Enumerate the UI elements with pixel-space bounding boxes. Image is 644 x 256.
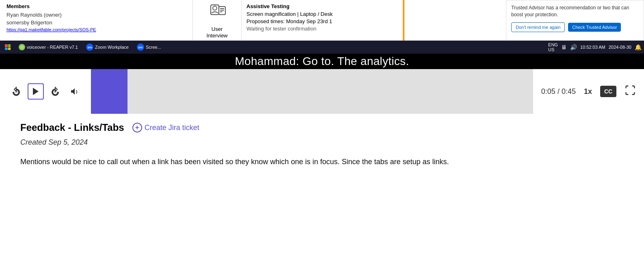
player-right-controls: 0:05 / 0:45 1x CC <box>533 85 644 98</box>
current-time: 0:05 <box>541 87 555 95</box>
user-interview-icon <box>207 2 227 24</box>
user-interview-label: User Interview <box>206 26 227 39</box>
forward-10-button[interactable]: 10 <box>47 83 63 100</box>
speaker-taskbar-icon: 🔊 <box>570 44 577 50</box>
notification-panel: Trusted Advisor has a recommendation or … <box>506 0 644 41</box>
browser-content: Members Ryan Raynolds (owner) somersby B… <box>0 0 644 41</box>
time-separator: / <box>558 87 562 95</box>
member-2: somersby Brigerton <box>6 20 186 26</box>
volume-button[interactable] <box>67 83 83 100</box>
feedback-header: Feedback - Links/Tabs + Create Jira tick… <box>20 122 624 133</box>
create-jira-label: Create Jira ticket <box>145 124 199 132</box>
play-button[interactable] <box>28 83 44 100</box>
svg-point-1 <box>213 6 217 10</box>
cc-button[interactable]: CC <box>600 86 616 97</box>
taskbar-item-screen[interactable]: zm Scree... <box>134 43 164 52</box>
feedback-description: Mentions would be nice to call out when … <box>20 156 609 167</box>
subtitle-bar: Mohammad: Go to. The analytics. <box>0 54 644 69</box>
total-time: 0:45 <box>562 87 576 95</box>
subtitle-text: Mohammad: Go to. The analytics. <box>235 55 409 68</box>
waveform-played <box>91 69 128 114</box>
fullscreen-button[interactable] <box>625 85 636 98</box>
taskbar-zoom-label: Zoom Workplace <box>95 45 129 50</box>
taskbar-item-zoom[interactable]: zm Zoom Workplace <box>84 43 131 52</box>
zoom-icon: zm <box>86 43 93 51</box>
waveform-remaining <box>128 69 533 114</box>
player-controls: 10 10 <box>0 83 91 100</box>
taskbar-reaper-label: voiceover - REAPER v7.1 <box>27 45 78 50</box>
system-lang: ENG US <box>548 42 558 52</box>
video-player: 10 10 0:05 <box>0 69 644 114</box>
create-jira-icon: + <box>132 123 142 132</box>
check-trusted-button[interactable]: Check Trusted Advisor <box>568 23 621 32</box>
taskbar: voiceover - REAPER v7.1 zm Zoom Workplac… <box>0 41 644 54</box>
notification-buttons: Don't remind me again Check Trusted Advi… <box>511 22 639 32</box>
browser-top-section: Members Ryan Raynolds (owner) somersby B… <box>0 0 644 69</box>
feedback-title: Feedback - Links/Tabs <box>20 122 124 133</box>
waveform-area[interactable] <box>91 69 533 114</box>
windows-logo-icon <box>5 44 11 50</box>
orange-accent-bar <box>403 0 404 41</box>
rewind-10-button[interactable]: 10 <box>8 83 24 100</box>
svg-text:10: 10 <box>15 91 18 93</box>
speed-display[interactable]: 1x <box>584 87 592 96</box>
system-date: 2024-08-30 <box>609 45 631 50</box>
member-1: Ryan Raynolds (owner) <box>6 12 186 18</box>
dont-remind-button[interactable]: Don't remind me again <box>511 22 565 32</box>
panel-user-interview: User Interview <box>193 0 242 40</box>
members-title: Members <box>6 3 186 9</box>
notification-center-icon[interactable]: 🔔 <box>635 44 642 50</box>
created-date: Created Sep 5, 2024 <box>20 138 624 147</box>
create-jira-button[interactable]: + Create Jira ticket <box>132 123 199 132</box>
monitor-icon: 🖥 <box>561 44 567 50</box>
voiceover-icon <box>19 44 25 50</box>
svg-marker-9 <box>71 88 75 95</box>
panel-members: Members Ryan Raynolds (owner) somersby B… <box>0 0 193 40</box>
url-bar[interactable]: https://qa1.makeitfable.com/projects/SOS… <box>6 27 186 32</box>
system-time: 10:52:03 AM <box>580 45 605 50</box>
screen-zoom-icon: zm <box>137 43 144 51</box>
taskbar-item-reaper[interactable]: voiceover - REAPER v7.1 <box>16 43 80 51</box>
svg-text:10: 10 <box>54 91 57 93</box>
content-area: Feedback - Links/Tabs + Create Jira tick… <box>0 114 644 176</box>
windows-start-button[interactable] <box>2 43 13 51</box>
svg-marker-7 <box>33 88 39 95</box>
notification-text: Trusted Advisor has a recommendation or … <box>511 4 639 18</box>
time-display: 0:05 / 0:45 <box>541 87 576 96</box>
taskbar-screen-label: Scree... <box>146 45 161 50</box>
system-tray: ENG US 🖥 🔊 10:52:03 AM 2024-08-30 🔔 <box>548 42 642 52</box>
